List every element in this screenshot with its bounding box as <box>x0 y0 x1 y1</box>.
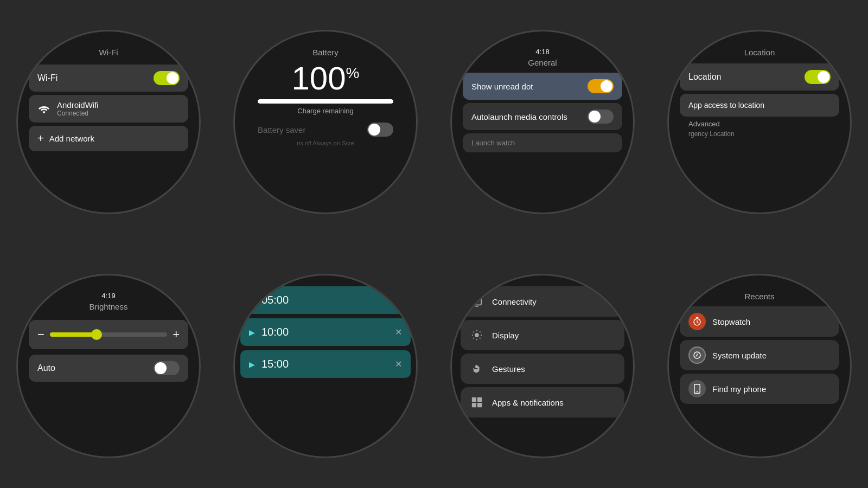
wifi-cell: Wi-Fi Wi-Fi AndroidWifi Connected + Add … <box>0 0 217 244</box>
system-update-row[interactable]: System update <box>680 340 839 370</box>
settings-gestures-row[interactable]: Gestures <box>461 354 624 384</box>
timer-close-1[interactable]: ✕ <box>395 295 402 305</box>
brightness-slider-thumb[interactable] <box>91 329 102 340</box>
show-unread-label: Show unread dot <box>471 82 583 91</box>
battery-bar-fill <box>258 99 393 104</box>
settings-connectivity-row[interactable]: Connectivity <box>461 286 624 317</box>
battery-cell: Battery 100% Charge remaining Battery sa… <box>217 0 434 244</box>
wifi-signal-icon <box>37 104 50 114</box>
timer-play-icon-1[interactable]: ▶ <box>249 296 255 305</box>
general-title: General <box>528 58 557 67</box>
timer-close-3[interactable]: ✕ <box>395 359 402 369</box>
brightness-slider-row[interactable]: − + <box>29 320 188 349</box>
system-update-label: System update <box>712 351 767 360</box>
add-icon: + <box>37 132 44 145</box>
stopwatch-row[interactable]: Stopwatch <box>680 306 839 337</box>
timer-row-3[interactable]: ▶ 15:00 ✕ <box>240 350 411 378</box>
wifi-network-name: AndroidWifi <box>57 100 99 110</box>
always-on-text: ns off Always-on Scre <box>297 140 354 146</box>
battery-bar-outer <box>258 99 393 104</box>
find-phone-icon <box>688 380 706 397</box>
find-phone-label: Find my phone <box>712 384 766 394</box>
location-label: Location <box>688 72 722 82</box>
autolaunch-row[interactable]: Autolaunch media controls <box>463 103 622 130</box>
settings-watch: Connectivity Display Gestures <box>450 274 635 458</box>
brightness-slider-track[interactable] <box>50 332 167 337</box>
autolaunch-toggle[interactable] <box>588 110 614 124</box>
battery-title: Battery <box>312 48 339 57</box>
battery-saver-label: Battery saver <box>258 125 305 134</box>
brightness-watch: 4:19 Brightness − + Auto <box>16 274 201 458</box>
svg-rect-3 <box>477 397 482 402</box>
location-cell: Location Location App access to location… <box>651 0 868 244</box>
timer-time-2: 10:00 <box>261 326 395 338</box>
system-update-icon <box>688 346 706 364</box>
stopwatch-label: Stopwatch <box>712 317 750 326</box>
wifi-toggle-row[interactable]: Wi-Fi <box>29 65 188 92</box>
battery-saver-row[interactable]: Battery saver <box>258 123 393 137</box>
wifi-watch: Wi-Fi Wi-Fi AndroidWifi Connected + Add … <box>16 30 201 214</box>
timer-row-2[interactable]: ▶ 10:00 ✕ <box>240 318 411 346</box>
emergency-label: rgency Location <box>688 130 735 138</box>
auto-brightness-label: Auto <box>37 363 55 373</box>
show-unread-toggle[interactable] <box>588 79 614 93</box>
gestures-icon <box>469 361 484 376</box>
gestures-label: Gestures <box>492 364 525 374</box>
settings-cell: Connectivity Display Gestures <box>434 244 651 488</box>
settings-apps-row[interactable]: Apps & notifications <box>461 387 624 418</box>
location-title: Location <box>744 48 775 57</box>
find-phone-row[interactable]: Find my phone <box>680 374 839 404</box>
autolaunch-label: Autolaunch media controls <box>471 112 583 121</box>
recents-title: Recents <box>744 292 774 301</box>
timer-play-icon-2[interactable]: ▶ <box>249 328 255 337</box>
advanced-label: Advanced <box>688 120 720 128</box>
timer-play-icon-3[interactable]: ▶ <box>249 360 255 369</box>
brightness-decrease-button[interactable]: − <box>37 328 44 342</box>
stopwatch-icon <box>688 313 706 330</box>
brightness-time: 4:19 <box>101 292 115 300</box>
add-network-label: Add network <box>49 134 94 143</box>
connectivity-label: Connectivity <box>492 297 537 306</box>
battery-watch: Battery 100% Charge remaining Battery sa… <box>233 30 418 214</box>
svg-point-0 <box>43 111 45 113</box>
timer-time-3: 15:00 <box>261 358 395 370</box>
brightness-title: Brightness <box>90 302 128 311</box>
location-toggle[interactable] <box>805 70 831 84</box>
apps-label: Apps & notifications <box>492 398 564 407</box>
general-watch: 4:18 General Show unread dot Autolaunch … <box>450 30 635 214</box>
brightness-increase-button[interactable]: + <box>173 328 180 342</box>
recents-watch: Recents Stopwatch System update <box>667 274 852 458</box>
svg-point-9 <box>697 391 698 392</box>
app-access-row[interactable]: App access to location <box>680 94 839 117</box>
recents-cell: Recents Stopwatch System update <box>651 244 868 488</box>
svg-rect-2 <box>472 397 476 402</box>
svg-point-1 <box>475 333 478 337</box>
battery-saver-toggle[interactable] <box>367 123 393 137</box>
launch-watch-label: Launch watch <box>471 139 515 147</box>
launch-watch-row[interactable]: Launch watch <box>463 133 622 152</box>
wifi-network-row[interactable]: AndroidWifi Connected <box>29 95 188 123</box>
svg-rect-4 <box>472 403 476 407</box>
location-toggle-row[interactable]: Location <box>680 63 839 91</box>
timer-time-1: 05:00 <box>261 294 395 306</box>
wifi-network-info: AndroidWifi Connected <box>57 100 99 117</box>
settings-display-row[interactable]: Display <box>461 320 624 350</box>
timer-row-1[interactable]: ▶ 05:00 ✕ <box>240 286 411 314</box>
apps-icon <box>469 395 484 410</box>
brightness-slider-fill <box>50 332 97 337</box>
wifi-title: Wi-Fi <box>99 48 118 57</box>
auto-brightness-toggle[interactable] <box>154 361 180 375</box>
auto-brightness-row[interactable]: Auto <box>29 355 188 382</box>
svg-rect-5 <box>477 403 482 407</box>
location-watch: Location Location App access to location… <box>667 30 852 214</box>
wifi-toggle[interactable] <box>154 71 180 85</box>
timer-watch: ▶ 05:00 ✕ ▶ 10:00 ✕ ▶ 15:00 ✕ <box>233 274 418 458</box>
battery-percentage: 100% <box>291 62 359 95</box>
wifi-status: Connected <box>57 110 99 117</box>
show-unread-row[interactable]: Show unread dot <box>463 73 622 100</box>
connectivity-icon <box>469 294 484 309</box>
add-network-row[interactable]: + Add network <box>29 126 188 151</box>
display-icon <box>469 328 484 343</box>
general-time: 4:18 <box>535 48 549 56</box>
timer-close-2[interactable]: ✕ <box>395 327 402 337</box>
